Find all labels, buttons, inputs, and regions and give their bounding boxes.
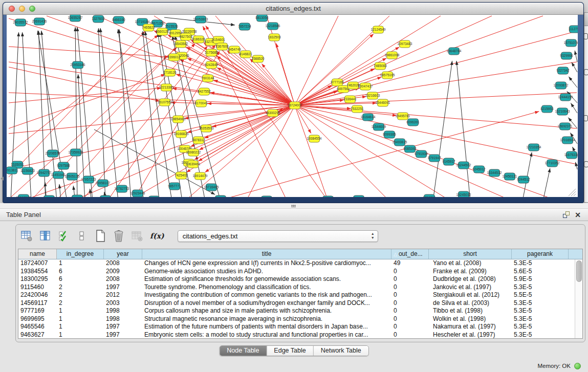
table-chooser-dropdown[interactable]: citations_edges.txt ▲▼ bbox=[178, 230, 378, 242]
column-header-out_de[interactable]: △out_de... bbox=[391, 249, 429, 259]
table-cell-name[interactable]: 9463627 bbox=[18, 331, 57, 339]
graph-node[interactable] bbox=[323, 196, 334, 197]
table-cell-in_degree[interactable]: 6 bbox=[57, 268, 104, 276]
table-cell-year[interactable]: 2008 bbox=[104, 259, 142, 268]
float-panel-icon[interactable] bbox=[562, 211, 571, 219]
table-row[interactable]: 1830029562008Estimation of significance … bbox=[18, 275, 582, 283]
splitter-collapse-arrow[interactable] bbox=[1, 177, 4, 181]
scrollbar-thumb[interactable] bbox=[576, 260, 582, 282]
table-cell-out_de[interactable]: 0 bbox=[391, 291, 429, 299]
table-cell-pagerank[interactable]: 5.5E-5 bbox=[512, 291, 569, 299]
table-cell-short[interactable]: Nakamura et al. (1997) bbox=[429, 323, 512, 331]
delete-trash-icon[interactable] bbox=[112, 229, 125, 243]
table-cell-in_degree[interactable]: 6 bbox=[57, 275, 104, 283]
horizontal-splitter[interactable] bbox=[0, 203, 588, 209]
table-cell-pagerank[interactable]: 5.3E-5 bbox=[512, 283, 569, 292]
tab-edge-table[interactable]: Edge Table bbox=[266, 346, 313, 356]
table-cell-out_de[interactable]: 0 bbox=[391, 315, 429, 323]
table-cell-out_de[interactable]: 0 bbox=[391, 299, 429, 308]
function-builder-icon[interactable]: f(x) bbox=[150, 232, 164, 240]
tab-node-table[interactable]: Node Table bbox=[220, 346, 266, 356]
table-row[interactable]: 1456911722003Disruption of a novel membe… bbox=[18, 299, 582, 308]
table-cell-pagerank[interactable]: 5.3E-5 bbox=[512, 307, 569, 315]
table-cell-out_de[interactable]: 49 bbox=[391, 259, 429, 268]
table-cell-name[interactable]: 9777169 bbox=[18, 307, 57, 315]
column-header-pagerank[interactable]: pagerank bbox=[512, 249, 569, 259]
table-cell-pagerank[interactable]: 5.9E-5 bbox=[512, 275, 569, 283]
table-cell-short[interactable]: Wolkin et al. (1998) bbox=[429, 315, 512, 323]
table-cell-name[interactable]: 14569117 bbox=[18, 299, 57, 308]
graph-node[interactable] bbox=[149, 196, 160, 197]
table-cell-name[interactable]: 22420046 bbox=[18, 291, 57, 299]
table-row[interactable]: 911546021997Tourette syndrome. Phenomeno… bbox=[18, 283, 582, 292]
table-cell-in_degree[interactable]: 2 bbox=[57, 299, 104, 308]
table-row[interactable]: 2242004622012Investigating the contribut… bbox=[18, 291, 582, 299]
select-all-icon[interactable] bbox=[57, 229, 70, 243]
table-cell-short[interactable]: Tibbo et al. (1998) bbox=[429, 307, 512, 315]
new-document-icon[interactable] bbox=[94, 229, 107, 243]
table-cell-in_degree[interactable]: 2 bbox=[57, 283, 104, 292]
table-cell-name[interactable]: 18724007 bbox=[18, 259, 57, 268]
table-cell-pagerank[interactable]: 5.6E-5 bbox=[512, 268, 569, 276]
table-cell-title[interactable]: Embryonic stem cells: a model to study s… bbox=[142, 331, 391, 339]
table-cell-short[interactable]: Franke et al. (2009) bbox=[429, 268, 512, 276]
vertical-scrollbar[interactable] bbox=[575, 259, 582, 338]
table-cell-year[interactable]: 2012 bbox=[104, 291, 142, 299]
table-cell-year[interactable]: 1997 bbox=[104, 283, 142, 292]
table-cell-pagerank[interactable]: 5.3E-5 bbox=[512, 315, 569, 323]
table-cell-year[interactable]: 1997 bbox=[104, 331, 142, 339]
table-cell-in_degree[interactable]: 1 bbox=[57, 315, 104, 323]
table-cell-title[interactable]: Investigating the contribution of common… bbox=[142, 291, 391, 299]
network-canvas[interactable]: 2403557220691436106552871327602846616010… bbox=[7, 15, 578, 197]
table-cell-name[interactable]: 9465546 bbox=[18, 323, 57, 331]
table-cell-short[interactable]: de Silva et al. (2003) bbox=[429, 299, 512, 308]
table-cell-pagerank[interactable]: 5.3E-5 bbox=[512, 259, 569, 268]
table-cell-out_de[interactable]: 0 bbox=[391, 268, 429, 276]
table-cell-in_degree[interactable]: 2 bbox=[57, 291, 104, 299]
table-cell-in_degree[interactable]: 1 bbox=[57, 323, 104, 331]
table-cell-title[interactable]: Estimation of significance thresholds fo… bbox=[142, 275, 391, 283]
column-header-name[interactable]: name bbox=[18, 249, 57, 259]
table-cell-out_de[interactable]: 0 bbox=[391, 275, 429, 283]
table-cell-out_de[interactable]: 0 bbox=[391, 283, 429, 292]
tab-network-table[interactable]: Network Table bbox=[313, 346, 368, 356]
table-settings-icon[interactable] bbox=[20, 229, 33, 243]
table-cell-year[interactable]: 1998 bbox=[104, 307, 142, 315]
table-cell-title[interactable]: Corpus callosum shape and size in male p… bbox=[142, 307, 391, 315]
column-header-year[interactable]: year bbox=[104, 249, 142, 259]
table-row[interactable]: 946554611997Estimation of the future num… bbox=[18, 323, 582, 331]
table-cell-short[interactable]: Hescheler et al. (1997) bbox=[429, 331, 512, 339]
table-cell-pagerank[interactable]: 5.3E-5 bbox=[512, 331, 569, 339]
table-cell-title[interactable]: Genome-wide association studies in ADHD. bbox=[142, 268, 391, 276]
table-cell-title[interactable]: Changes of HCN gene expression and I(f) … bbox=[142, 259, 391, 268]
close-panel-icon[interactable]: ✕ bbox=[574, 211, 582, 219]
table-cell-short[interactable]: Stergiakouli et al. (2012) bbox=[429, 291, 512, 299]
table-row[interactable]: 977716911998Corpus callosum shape and si… bbox=[18, 307, 582, 315]
table-cell-name[interactable]: 19384554 bbox=[18, 268, 57, 276]
table-cell-year[interactable]: 2008 bbox=[104, 275, 142, 283]
table-cell-out_de[interactable]: 0 bbox=[391, 307, 429, 315]
table-cell-short[interactable]: Yano et al. (2008) bbox=[429, 259, 512, 268]
graph-node[interactable] bbox=[262, 196, 272, 197]
table-cell-short[interactable]: Dudbridge et al. (2008) bbox=[429, 275, 512, 283]
table-cell-title[interactable]: Estimation of the future numbers of pati… bbox=[142, 323, 391, 331]
table-cell-in_degree[interactable]: 1 bbox=[57, 331, 104, 339]
table-cell-in_degree[interactable]: 1 bbox=[57, 259, 104, 268]
splitter-grip-icon[interactable] bbox=[291, 205, 296, 207]
unselect-all-icon[interactable] bbox=[75, 229, 89, 243]
table-cell-name[interactable]: 9115460 bbox=[18, 283, 57, 292]
table-row[interactable]: 1872400712008Changes of HCN gene express… bbox=[18, 259, 582, 268]
table-cell-name[interactable]: 9699695 bbox=[18, 315, 57, 323]
table-cell-title[interactable]: Tourette syndrome. Phenomenology and cla… bbox=[142, 283, 391, 292]
table-row[interactable]: 946362711997Embryonic stem cells: a mode… bbox=[18, 331, 582, 339]
column-header-title[interactable]: title bbox=[142, 249, 391, 259]
table-cell-year[interactable]: 2009 bbox=[104, 268, 142, 276]
table-cell-year[interactable]: 2003 bbox=[104, 299, 142, 308]
table-cell-year[interactable]: 1997 bbox=[104, 323, 142, 331]
table-cell-title[interactable]: Structural magnetic resonance image aver… bbox=[142, 315, 391, 323]
table-cell-out_de[interactable]: 0 bbox=[391, 331, 429, 339]
table-cell-pagerank[interactable]: 5.3E-5 bbox=[512, 323, 569, 331]
table-row[interactable]: 1938455462009Genome-wide association stu… bbox=[18, 268, 582, 276]
table-cell-in_degree[interactable]: 1 bbox=[57, 307, 104, 315]
table-cell-title[interactable]: Disruption of a novel member of a sodium… bbox=[142, 299, 391, 308]
